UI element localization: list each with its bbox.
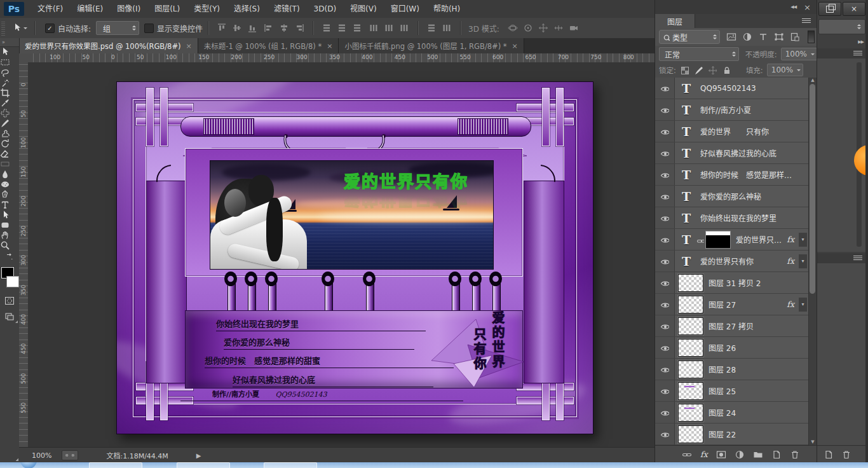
document-tab[interactable]: 未标题-1 @ 100% (组 1, RGB/8) * × <box>198 38 339 53</box>
add-layer-mask-button[interactable] <box>716 450 726 460</box>
layer-name[interactable]: 图层 28 <box>709 364 807 375</box>
scrollbar-thumb[interactable] <box>810 84 815 294</box>
expand-panels-icon[interactable]: ▶▶ <box>858 39 864 45</box>
effects-expander-icon[interactable] <box>799 233 807 247</box>
menu-item[interactable]: 3D(D) <box>307 0 343 18</box>
layer-effects-badge[interactable]: fx <box>787 254 807 268</box>
crop-tool[interactable] <box>0 88 19 98</box>
layer-name[interactable]: 你始终出现在我的梦里 <box>700 212 807 223</box>
taskbar-button[interactable] <box>177 462 230 468</box>
lock-all-icon[interactable] <box>722 65 731 74</box>
lock-position-icon[interactable] <box>708 65 717 74</box>
layer-row[interactable]: 图层 24 <box>655 402 817 423</box>
3d-camera-icon[interactable] <box>568 22 580 34</box>
layer-row[interactable]: 图层 26 <box>655 337 817 359</box>
layer-name[interactable]: 图层 22 <box>709 429 807 439</box>
collapsed-dropdown[interactable] <box>818 19 865 34</box>
move-tool[interactable] <box>0 47 19 57</box>
layer-visibility-toggle[interactable] <box>655 99 675 120</box>
scroll-up-arrow[interactable]: ▲ <box>809 78 817 83</box>
dodge-tool[interactable] <box>0 179 19 189</box>
align-top-edges-icon[interactable] <box>216 22 227 34</box>
filter-type-dropdown[interactable]: 类型 <box>659 30 720 44</box>
layer-name[interactable]: 想你的时候 感觉是那样… <box>700 169 807 180</box>
layer-thumbnail[interactable] <box>678 404 703 422</box>
distribute-top-edges-icon[interactable] <box>321 22 332 34</box>
tab-close-button[interactable]: × <box>512 42 518 50</box>
menu-item[interactable]: 视图(V) <box>343 0 384 18</box>
close-panel-icon[interactable]: × <box>804 3 811 12</box>
menu-item[interactable]: 类型(Y) <box>187 0 227 18</box>
marquee-tool[interactable] <box>0 57 19 67</box>
layer-name[interactable]: 爱的世界只… <box>736 234 787 245</box>
shape-tool[interactable] <box>0 220 19 230</box>
eraser-tool[interactable] <box>0 149 19 159</box>
layer-visibility-toggle[interactable] <box>655 186 675 207</box>
layer-visibility-toggle[interactable] <box>655 207 675 228</box>
new-adjustment-layer-button[interactable] <box>735 450 745 460</box>
tab-close-button[interactable]: × <box>327 42 332 50</box>
window-restore-button[interactable] <box>818 2 841 16</box>
layer-visibility-toggle[interactable] <box>655 229 675 250</box>
start-orb[interactable] <box>20 462 37 468</box>
layer-effects-badge[interactable]: fx <box>787 298 807 312</box>
layer-visibility-toggle[interactable] <box>655 142 675 163</box>
background-color-swatch[interactable] <box>6 276 19 287</box>
document-tab[interactable]: 小图标千纸鹤.png @ 100% (图层 1, RGB/8#) * × <box>339 38 524 53</box>
path-selection-tool[interactable] <box>0 210 19 220</box>
new-layer-button[interactable] <box>824 450 834 460</box>
menu-item[interactable]: 帮助(H) <box>426 0 467 18</box>
layer-row[interactable]: T QQ954502143 <box>655 78 817 99</box>
layer-row[interactable]: 图层 27 拷贝 <box>655 315 817 337</box>
filter-toggle-switch[interactable] <box>808 31 815 43</box>
pixel-layer-filter-icon[interactable] <box>726 32 736 42</box>
layer-row[interactable]: T 爱的世界只有你 fx <box>655 251 817 272</box>
menu-item[interactable]: 图层(L) <box>147 0 187 18</box>
menu-item[interactable]: 编辑(E) <box>70 0 110 18</box>
layer-visibility-toggle[interactable] <box>655 380 675 401</box>
layer-row[interactable]: T 爱的世界只… fx <box>655 229 817 251</box>
layer-thumbnail[interactable] <box>678 339 703 357</box>
taskbar-button[interactable] <box>264 462 317 468</box>
layer-row[interactable]: 图层 27 fx <box>655 294 817 315</box>
ruler-origin-box[interactable] <box>19 53 29 63</box>
layer-row[interactable]: 图层 31 拷贝 2 <box>655 272 817 294</box>
layer-row[interactable]: 图层 28 <box>655 359 817 380</box>
distribute-horizontal-spacing-icon[interactable] <box>441 22 452 34</box>
menu-item[interactable]: 图像(I) <box>110 0 147 18</box>
menu-item[interactable]: 文件(F) <box>31 0 70 18</box>
layer-visibility-toggle[interactable] <box>655 337 675 358</box>
auto-select-target-dropdown[interactable]: 组 <box>96 21 139 35</box>
layer-name[interactable]: 好似春风拂过我的心底 <box>700 148 807 158</box>
effects-expander-icon[interactable] <box>799 298 807 312</box>
3d-pan-icon[interactable] <box>538 22 549 34</box>
panel-menu-icon[interactable] <box>853 256 862 261</box>
taskbar-button[interactable] <box>89 462 142 468</box>
distribute-horizontal-centers-icon[interactable] <box>383 22 395 34</box>
layer-row[interactable]: 图层 25 <box>655 380 817 402</box>
panel-menu-icon[interactable] <box>802 18 811 24</box>
layers-scrollbar[interactable]: ▲ ▼ <box>808 78 817 445</box>
layer-name[interactable]: 图层 26 <box>709 342 807 353</box>
show-transform-checkbox[interactable] <box>144 24 154 33</box>
brush-tool[interactable] <box>0 118 19 128</box>
layer-thumbnail[interactable] <box>678 296 703 313</box>
align-right-edges-icon[interactable] <box>294 22 305 34</box>
layer-effects-badge[interactable]: fx <box>787 233 807 247</box>
auto-select-checkbox[interactable]: ✓ <box>45 24 55 33</box>
history-brush-tool[interactable] <box>0 139 19 149</box>
status-options-arrow[interactable]: ▶ <box>196 452 201 459</box>
document-tab-active[interactable]: 爱的世界只有你效果图.psd @ 100%(RGB/8#) × <box>19 38 198 53</box>
layer-row[interactable]: T 制作//南方小夏 <box>655 99 817 121</box>
current-tool-icon[interactable] <box>10 20 29 36</box>
distribute-bottom-edges-icon[interactable] <box>351 22 363 34</box>
layer-row[interactable]: T 爱你爱的那么神秘 <box>655 186 817 207</box>
layer-name[interactable]: 爱你爱的那么神秘 <box>700 191 807 202</box>
3d-rotate-icon[interactable] <box>507 22 519 34</box>
lock-transparency-icon[interactable] <box>680 65 689 74</box>
distribute-left-edges-icon[interactable] <box>368 22 379 34</box>
layer-visibility-toggle[interactable] <box>655 294 675 315</box>
gradient-tool[interactable] <box>0 159 19 169</box>
layer-name[interactable]: QQ954502143 <box>700 84 807 93</box>
type-tool[interactable] <box>0 200 19 210</box>
